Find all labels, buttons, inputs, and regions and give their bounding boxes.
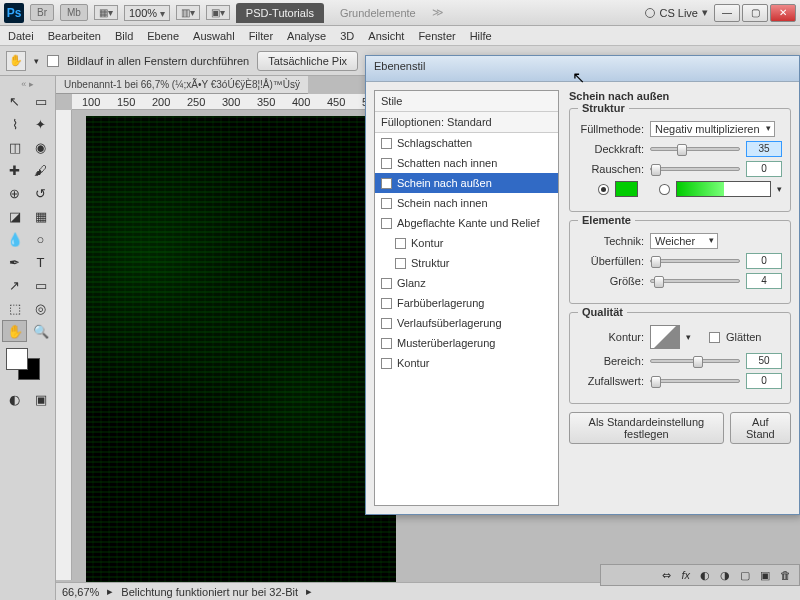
screenmode-icon[interactable]: ▣ <box>28 388 53 410</box>
style-verlauf[interactable]: Verlaufsüberlagerung <box>375 313 558 333</box>
menu-bearbeiten[interactable]: Bearbeiten <box>48 30 101 42</box>
menu-datei[interactable]: Datei <box>8 30 34 42</box>
range-slider[interactable] <box>650 359 740 363</box>
minibridge-button[interactable]: Mb <box>60 4 88 21</box>
technique-select[interactable]: Weicher <box>650 233 718 249</box>
style-muster[interactable]: Musterüberlagerung <box>375 333 558 353</box>
hand-tool[interactable]: ✋ <box>2 320 27 342</box>
shape-tool[interactable]: ▭ <box>28 274 53 296</box>
zoom-tool[interactable]: 🔍 <box>28 320 53 342</box>
3d-tool[interactable]: ⬚ <box>2 297 27 319</box>
wand-tool[interactable]: ✦ <box>28 113 53 135</box>
contour-picker[interactable] <box>650 325 680 349</box>
zoom-select[interactable]: 100% ▾ <box>124 5 170 21</box>
adjust-icon[interactable]: ◑ <box>720 569 730 582</box>
noise-slider[interactable] <box>650 167 740 171</box>
dodge-tool[interactable]: ○ <box>28 228 53 250</box>
type-tool[interactable]: T <box>28 251 53 273</box>
brush-tool[interactable]: 🖌 <box>28 159 53 181</box>
new-layer-icon[interactable]: ▣ <box>760 569 770 582</box>
opacity-slider[interactable] <box>650 147 740 151</box>
style-glanz[interactable]: Glanz <box>375 273 558 293</box>
lasso-tool[interactable]: ⌇ <box>2 113 27 135</box>
make-default-button[interactable]: Als Standardeinstellung festlegen <box>569 412 724 444</box>
menu-3d[interactable]: 3D <box>340 30 354 42</box>
gradient-tool[interactable]: ▦ <box>28 205 53 227</box>
styles-header[interactable]: Stile <box>375 91 558 112</box>
menu-ansicht[interactable]: Ansicht <box>368 30 404 42</box>
gradient-radio[interactable] <box>659 184 670 195</box>
more-icon[interactable]: ≫ <box>432 6 444 19</box>
scroll-all-checkbox[interactable] <box>47 55 59 67</box>
fx-icon[interactable]: fx <box>681 569 690 581</box>
link-icon[interactable]: ⇔ <box>662 569 671 582</box>
menu-auswahl[interactable]: Auswahl <box>193 30 235 42</box>
path-tool[interactable]: ↗ <box>2 274 27 296</box>
style-kontur[interactable]: Kontur <box>375 353 558 373</box>
spread-slider[interactable] <box>650 259 740 263</box>
jitter-slider[interactable] <box>650 379 740 383</box>
workspace-tab-active[interactable]: PSD-Tutorials <box>236 3 324 23</box>
jitter-field[interactable]: 0 <box>746 373 782 389</box>
pen-tool[interactable]: ✒ <box>2 251 27 273</box>
eraser-tool[interactable]: ◪ <box>2 205 27 227</box>
size-field[interactable]: 4 <box>746 273 782 289</box>
actual-pixels-button[interactable]: Tatsächliche Pix <box>257 51 358 71</box>
canvas[interactable] <box>86 116 396 586</box>
range-field[interactable]: 50 <box>746 353 782 369</box>
noise-field[interactable]: 0 <box>746 161 782 177</box>
blur-tool[interactable]: 💧 <box>2 228 27 250</box>
style-bevel-struktur[interactable]: Struktur <box>375 253 558 273</box>
style-schein-aussen[interactable]: Schein nach außen <box>375 173 558 193</box>
style-schein-innen[interactable]: Schein nach innen <box>375 193 558 213</box>
color-radio[interactable] <box>598 184 609 195</box>
menu-hilfe[interactable]: Hilfe <box>470 30 492 42</box>
hand-tool-icon[interactable]: ✋ <box>6 51 26 71</box>
style-bevel-kontur[interactable]: Kontur <box>375 233 558 253</box>
workspace-tab[interactable]: Grundelemente <box>330 3 426 23</box>
menu-ebene[interactable]: Ebene <box>147 30 179 42</box>
size-slider[interactable] <box>650 279 740 283</box>
antialias-checkbox[interactable] <box>709 332 720 343</box>
view-menu-icon[interactable]: ▦▾ <box>94 5 118 20</box>
screen-mode-icon[interactable]: ▣▾ <box>206 5 230 20</box>
bridge-button[interactable]: Br <box>30 4 54 21</box>
opacity-field[interactable]: 35 <box>746 141 782 157</box>
close-button[interactable]: ✕ <box>770 4 796 22</box>
maximize-button[interactable]: ▢ <box>742 4 768 22</box>
history-brush-tool[interactable]: ↺ <box>28 182 53 204</box>
trash-icon[interactable]: 🗑 <box>780 569 791 581</box>
document-tab[interactable]: Unbenannt-1 bei 66,7% (¼;xÃ•Y €3óÚ€ÿÈ8¦!… <box>56 76 308 94</box>
menu-analyse[interactable]: Analyse <box>287 30 326 42</box>
stamp-tool[interactable]: ⊕ <box>2 182 27 204</box>
folder-icon[interactable]: ▢ <box>740 569 750 582</box>
titlebar: Ps Br Mb ▦▾ 100% ▾ ▥▾ ▣▾ PSD-Tutorials G… <box>0 0 800 26</box>
3d-camera-tool[interactable]: ◎ <box>28 297 53 319</box>
style-schatten-innen[interactable]: Schatten nach innen <box>375 153 558 173</box>
zoom-level[interactable]: 66,67% <box>62 586 99 598</box>
style-farbueberlagerung[interactable]: Farbüberlagerung <box>375 293 558 313</box>
spread-field[interactable]: 0 <box>746 253 782 269</box>
healing-tool[interactable]: ✚ <box>2 159 27 181</box>
menu-fenster[interactable]: Fenster <box>418 30 455 42</box>
menu-bild[interactable]: Bild <box>115 30 133 42</box>
foreground-color[interactable] <box>6 348 28 370</box>
style-bevel[interactable]: Abgeflachte Kante und Relief <box>375 213 558 233</box>
menu-filter[interactable]: Filter <box>249 30 273 42</box>
style-schlagschatten[interactable]: Schlagschatten <box>375 133 558 153</box>
cslive-button[interactable]: CS Live ▾ <box>645 6 708 19</box>
blend-mode-select[interactable]: Negativ multiplizieren <box>650 121 775 137</box>
color-swatches[interactable] <box>2 348 53 384</box>
glow-color[interactable] <box>615 181 638 197</box>
reset-default-button[interactable]: Auf Stand <box>730 412 791 444</box>
eyedropper-tool[interactable]: ◉ <box>28 136 53 158</box>
minimize-button[interactable]: — <box>714 4 740 22</box>
crop-tool[interactable]: ◫ <box>2 136 27 158</box>
mask-icon[interactable]: ◐ <box>700 569 710 582</box>
glow-gradient[interactable] <box>676 181 771 197</box>
fill-options-header[interactable]: Fülloptionen: Standard <box>375 112 558 133</box>
move-tool[interactable]: ↖ <box>2 90 27 112</box>
marquee-tool[interactable]: ▭ <box>28 90 53 112</box>
quickmask-icon[interactable]: ◐ <box>2 388 27 410</box>
arrange-icon[interactable]: ▥▾ <box>176 5 200 20</box>
